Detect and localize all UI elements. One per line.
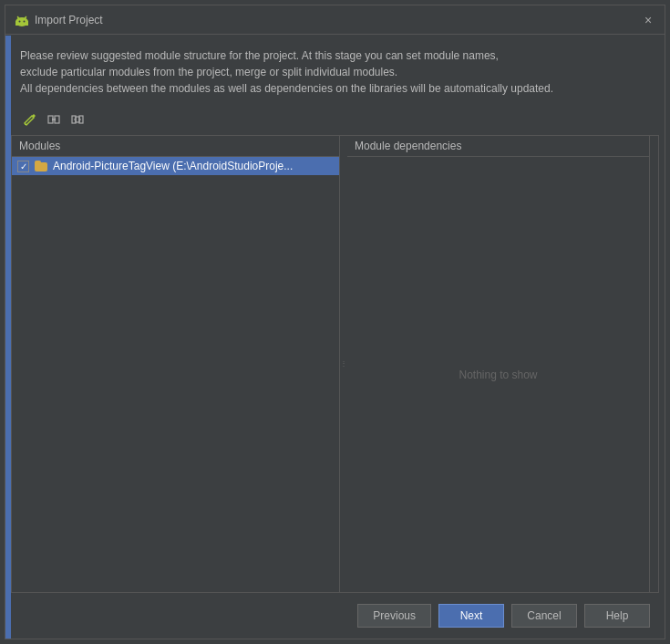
dependencies-panel: Module dependencies Nothing to show	[347, 136, 649, 592]
pencil-icon	[23, 112, 37, 127]
module-item[interactable]: ✓ Android-PictureTagView (E:\AndroidStud…	[12, 157, 339, 175]
description-line3: All dependencies between the modules as …	[20, 80, 650, 97]
checkmark-icon: ✓	[20, 161, 27, 171]
android-icon	[15, 13, 29, 27]
module-checkbox[interactable]: ✓	[17, 161, 29, 172]
divider-dots-icon: ⋮	[340, 360, 347, 368]
split-icon	[46, 112, 61, 127]
close-button[interactable]: ×	[641, 13, 655, 27]
modules-panel: Modules ✓ Android-PictureTagView (E:\And…	[12, 136, 340, 592]
cancel-button[interactable]: Cancel	[511, 604, 577, 628]
dependencies-header: Module dependencies	[347, 136, 649, 157]
toolbar	[5, 106, 665, 135]
edit-module-button[interactable]	[20, 109, 40, 130]
left-accent	[5, 36, 11, 639]
svg-point-2	[19, 20, 21, 22]
next-button[interactable]: Next	[438, 604, 504, 628]
previous-button[interactable]: Previous	[357, 604, 431, 628]
svg-point-3	[24, 20, 26, 22]
dialog-title: Import Project	[35, 14, 103, 26]
folder-icon	[35, 161, 47, 171]
svg-rect-1	[15, 21, 28, 26]
empty-state: Nothing to show	[347, 157, 649, 592]
help-button[interactable]: Help	[584, 604, 650, 628]
main-content: Modules ✓ Android-PictureTagView (E:\And…	[11, 135, 659, 593]
merge-icon	[70, 112, 85, 127]
footer: Previous Next Cancel Help	[5, 593, 665, 639]
panel-divider[interactable]: ⋮	[340, 136, 347, 592]
module-name: Android-PictureTagView (E:\AndroidStudio…	[53, 160, 293, 172]
description-line1: Please review suggested module structure…	[20, 47, 650, 64]
merge-module-button[interactable]	[67, 109, 88, 130]
title-bar: Import Project ×	[5, 5, 665, 35]
scrollbar[interactable]	[649, 136, 658, 592]
modules-list: ✓ Android-PictureTagView (E:\AndroidStud…	[12, 157, 339, 592]
split-module-button[interactable]	[44, 109, 64, 130]
folder-body	[35, 162, 47, 171]
description-area: Please review suggested module structure…	[5, 35, 665, 106]
description-line2: exclude particular modules from the proj…	[20, 64, 650, 80]
import-project-dialog: Import Project × Please review suggested…	[5, 5, 665, 639]
title-bar-left: Import Project	[15, 13, 103, 27]
modules-header: Modules	[12, 136, 339, 157]
svg-rect-13	[76, 117, 79, 122]
